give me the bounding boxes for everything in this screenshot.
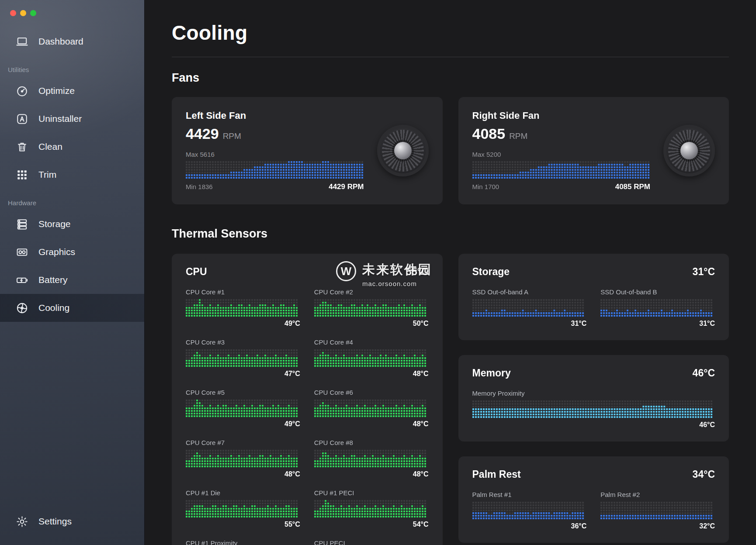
fan-rpm-value: 4085 — [472, 125, 506, 142]
sensor-temp: 50°C — [314, 320, 429, 328]
sidebar-item-label: Trim — [38, 169, 56, 180]
thermal-card-title: Memory — [472, 367, 511, 379]
thermal-heading: Thermal Sensors — [172, 227, 729, 241]
uninstaller-icon — [15, 112, 29, 126]
main-content: Cooling Fans Left Side Fan4429RPMMax 561… — [145, 0, 756, 545]
sensor-label: CPU Core #2 — [314, 288, 429, 296]
thermal-grid: CPU 55°C CPU Core #149°CCPU Core #250°CC… — [172, 254, 729, 545]
fan-hub — [394, 142, 412, 159]
thermal-card-title: Palm Rest — [472, 469, 521, 480]
page-title: Cooling — [172, 21, 729, 45]
sensor-label: CPU Core #4 — [314, 338, 429, 346]
zoom-window-button[interactable] — [30, 10, 36, 16]
laptop-icon — [15, 34, 29, 48]
gear-icon — [15, 514, 29, 528]
sensor-label: SSD Out-of-band A — [472, 288, 587, 296]
dot-matrix-chart — [472, 161, 651, 179]
thermal-card-memory: Memory46°CMemory Proximity46°C — [458, 355, 729, 442]
storage-icon — [15, 217, 29, 231]
fan-chart-footer: Min 18364429 RPM — [186, 183, 364, 191]
sidebar-item-uninstaller[interactable]: Uninstaller — [0, 105, 144, 133]
dot-matrix-chart — [314, 450, 429, 468]
sidebar-item-battery[interactable]: Battery — [0, 266, 144, 294]
fan-outer-ring — [377, 125, 429, 176]
fan-card: Right Side Fan4085RPMMax 5200Min 1700408… — [458, 97, 729, 204]
sidebar-item-dashboard[interactable]: Dashboard — [0, 28, 144, 55]
thermal-sensor: CPU PECI — [314, 539, 429, 545]
battery-icon — [15, 273, 29, 287]
dot-matrix-chart — [314, 299, 429, 317]
fan-rpm-row: 4085RPM — [472, 125, 651, 142]
fan-max-label: Max 5200 — [472, 151, 651, 158]
thermal-card-temp: 34°C — [693, 469, 715, 480]
thermal-sensor: CPU Core #250°C — [314, 288, 429, 328]
dot-matrix-chart — [314, 349, 429, 368]
thermal-sensor: CPU #1 Die55°C — [186, 489, 300, 529]
sensor-label: CPU Core #1 — [186, 288, 300, 296]
thermal-sensor: CPU #1 PECI54°C — [314, 489, 429, 529]
trash-icon — [15, 140, 29, 154]
fan-chart-footer: Min 17004085 RPM — [472, 183, 651, 191]
sidebar-item-graphics[interactable]: Graphics — [0, 238, 144, 266]
cpu-card: CPU 55°C CPU Core #149°CCPU Core #250°CC… — [172, 254, 443, 545]
close-window-button[interactable] — [10, 10, 16, 16]
sensor-label: CPU PECI — [314, 539, 429, 545]
dot-matrix-chart — [186, 450, 300, 468]
sidebar-item-optimize[interactable]: Optimize — [0, 77, 144, 105]
dot-matrix-chart — [472, 400, 715, 419]
thermal-card-title: Storage — [472, 266, 510, 278]
sidebar-item-settings[interactable]: Settings — [0, 507, 144, 535]
thermal-sensor: CPU Core #149°C — [186, 288, 300, 328]
fan-rpm-row: 4429RPM — [186, 125, 364, 142]
thermal-sensor: Palm Rest #136°C — [472, 491, 587, 531]
dot-matrix-chart — [186, 500, 300, 518]
dot-matrix-chart — [472, 299, 587, 317]
sidebar-item-label: Optimize — [38, 86, 75, 96]
sensor-temp: 49°C — [186, 320, 300, 328]
fan-card: Left Side Fan4429RPMMax 5616Min 18364429… — [172, 97, 443, 204]
sidebar-item-storage[interactable]: Storage — [0, 210, 144, 238]
thermal-sensor: CPU #1 Proximity — [186, 539, 300, 545]
sidebar-item-label: Graphics — [38, 247, 75, 257]
sensor-label: CPU Core #3 — [186, 338, 300, 346]
fan-outer-ring — [663, 125, 715, 176]
sensor-temp: 47°C — [186, 370, 300, 378]
thermal-card-palm-rest: Palm Rest34°CPalm Rest #136°CPalm Rest #… — [458, 456, 729, 543]
sidebar-section-label: Utilities — [8, 66, 144, 73]
sensor-temp: 48°C — [314, 470, 429, 479]
fan-graphic — [663, 125, 715, 176]
sidebar-item-clean[interactable]: Clean — [0, 133, 144, 161]
sensor-label: CPU #1 PECI — [314, 489, 429, 497]
dot-matrix-chart — [186, 400, 300, 418]
sidebar-footer: Settings — [0, 507, 144, 535]
sidebar-item-label: Cooling — [38, 303, 69, 313]
fan-name: Left Side Fan — [186, 110, 364, 121]
thermal-right-column: Storage31°CSSD Out-of-band A31°CSSD Out-… — [458, 254, 729, 543]
minimize-window-button[interactable] — [20, 10, 26, 16]
fans-heading: Fans — [172, 71, 729, 85]
fan-max-label: Max 5616 — [186, 151, 364, 158]
sensor-label: CPU Core #6 — [314, 389, 429, 396]
window-controls — [0, 0, 144, 16]
sensor-temp: 46°C — [472, 421, 715, 429]
sensor-label: CPU #1 Die — [186, 489, 300, 497]
sidebar-item-trim[interactable]: Trim — [0, 161, 144, 189]
fan-icon — [15, 301, 29, 315]
thermal-card-storage: Storage31°CSSD Out-of-band A31°CSSD Out-… — [458, 254, 729, 340]
sensor-temp: 54°C — [314, 521, 429, 529]
fan-rpm-unit: RPM — [223, 131, 241, 141]
fan-rpm-value: 4429 — [186, 125, 219, 142]
sensor-temp: 48°C — [314, 370, 429, 378]
sensor-label: Memory Proximity — [472, 390, 715, 397]
sidebar-section-label: Hardware — [8, 199, 144, 207]
sensor-temp: 55°C — [186, 521, 300, 529]
sidebar-item-label: Settings — [38, 516, 72, 527]
dot-matrix-chart — [600, 299, 715, 317]
thermal-card-header: Storage31°C — [472, 266, 715, 278]
sidebar-item-cooling[interactable]: Cooling — [0, 294, 144, 322]
cpu-card-temp: 55°C — [406, 266, 428, 278]
thermal-sensor: CPU Core #347°C — [186, 338, 300, 378]
sidebar-item-label: Uninstaller — [38, 114, 82, 124]
sensor-label: CPU Core #8 — [314, 439, 429, 446]
dot-matrix-chart — [472, 502, 587, 520]
